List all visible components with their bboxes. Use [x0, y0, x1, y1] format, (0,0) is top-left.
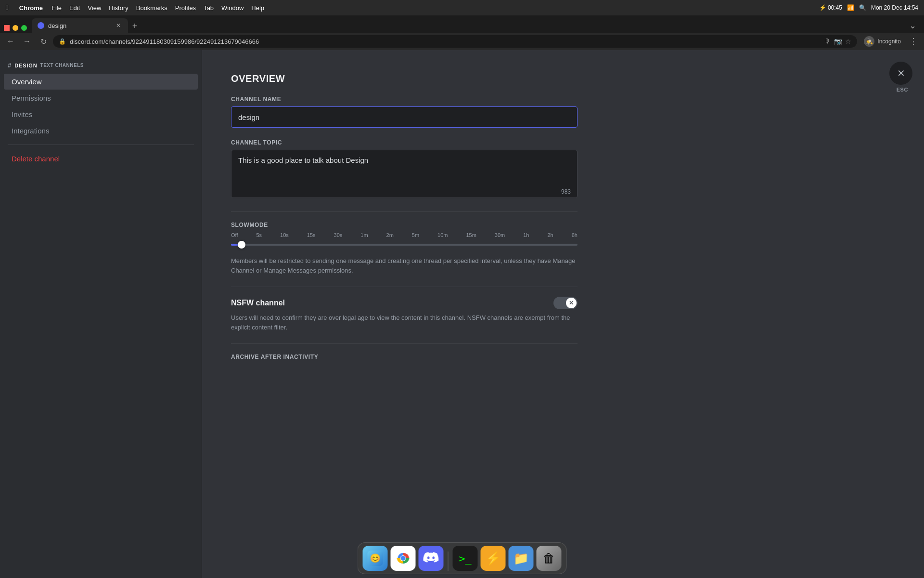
menu-profiles[interactable]: Profiles: [175, 4, 196, 12]
sidebar-item-invites-label: Invites: [12, 110, 32, 118]
channel-topic-wrapper: This is a good place to talk about Desig…: [231, 150, 578, 200]
section-divider-1: [231, 211, 578, 212]
channel-topic-input[interactable]: This is a good place to talk about Desig…: [231, 150, 578, 198]
menu-items: File Edit View History Bookmarks Profile…: [51, 4, 264, 12]
dock-item-chrome[interactable]: [391, 546, 416, 571]
lock-icon: 🔒: [59, 38, 66, 45]
tick-2h: 2h: [547, 232, 553, 238]
dock-item-terminal[interactable]: >_: [453, 546, 478, 571]
close-x-icon: ✕: [897, 67, 905, 79]
menu-window[interactable]: Window: [221, 4, 244, 12]
minimize-traffic-light[interactable]: [13, 25, 18, 31]
tick-5m: 5m: [412, 232, 419, 238]
menu-bar-right: ⚡ 00:45 📶 🔍 Mon 20 Dec 14:54: [819, 0, 918, 15]
menu-bar:  Chrome File Edit View History Bookmark…: [0, 0, 924, 15]
delete-channel-button[interactable]: Delete channel: [4, 151, 198, 167]
wifi-icon: 📶: [847, 4, 854, 11]
battery-icon: ⚡ 00:45: [819, 4, 842, 11]
slowmode-slider[interactable]: [231, 240, 578, 250]
sidebar-item-invites[interactable]: Invites: [4, 106, 198, 122]
close-traffic-light[interactable]: [4, 25, 10, 31]
incognito-icon: 🕵: [864, 36, 874, 47]
slowmode-label: SLOWMODE: [231, 222, 895, 228]
tick-30s: 30s: [334, 232, 343, 238]
delete-channel-label: Delete channel: [12, 155, 60, 163]
menu-file[interactable]: File: [51, 4, 62, 12]
main-content: ✕ ESC OVERVIEW CHANNEL NAME CHANNEL TOPI…: [202, 50, 924, 578]
close-settings-button[interactable]: ✕: [889, 62, 912, 85]
slider-track: [231, 244, 578, 246]
tab-title: design: [48, 22, 66, 29]
tab-bar: design ✕ + ⌄: [0, 15, 924, 33]
tick-10m: 10m: [437, 232, 448, 238]
mic-icon[interactable]: 🎙: [824, 38, 831, 45]
slider-thumb[interactable]: [238, 241, 245, 249]
menu-tab[interactable]: Tab: [204, 4, 214, 12]
sidebar-item-permissions-label: Permissions: [12, 94, 51, 102]
camera-icon[interactable]: 📷: [834, 38, 842, 45]
section-title: OVERVIEW: [231, 73, 895, 84]
dock-item-reeder[interactable]: ⚡: [481, 546, 506, 571]
tick-10s: 10s: [280, 232, 289, 238]
sidebar-channel-name: DESIGN: [14, 63, 37, 68]
sidebar-section-header: # DESIGN TEXT CHANNELS: [0, 58, 202, 72]
address-bar-row: ← → ↻ 🔒 discord.com/channels/92249118030…: [0, 33, 924, 50]
dock-item-finder[interactable]: 😊: [363, 546, 388, 571]
incognito-button[interactable]: 🕵 Incognito: [860, 35, 905, 48]
svg-text:😊: 😊: [370, 553, 381, 564]
channel-name-label: CHANNEL NAME: [231, 96, 895, 103]
tick-30m: 30m: [495, 232, 505, 238]
sidebar-item-overview[interactable]: Overview: [4, 74, 198, 90]
active-tab[interactable]: design ✕: [32, 18, 128, 33]
tick-off: Off: [231, 232, 238, 238]
nsfw-section: NSFW channel ✕ Users will need to confir…: [231, 297, 578, 332]
reload-button[interactable]: ↻: [37, 35, 50, 48]
sidebar-item-overview-label: Overview: [12, 78, 42, 86]
more-options-button[interactable]: ⋮: [907, 35, 920, 48]
sidebar: # DESIGN TEXT CHANNELS Overview Permissi…: [0, 50, 202, 578]
search-icon[interactable]: 🔍: [859, 4, 866, 11]
menu-edit[interactable]: Edit: [69, 4, 80, 12]
dock-item-discord[interactable]: [419, 546, 444, 571]
tick-6h: 6h: [572, 232, 578, 238]
channel-name-input[interactable]: [231, 106, 578, 128]
address-bar[interactable]: 🔒 discord.com/channels/92249118030915998…: [53, 35, 857, 48]
char-count: 983: [561, 188, 571, 195]
nsfw-toggle[interactable]: ✕: [553, 297, 578, 309]
nsfw-header: NSFW channel ✕: [231, 297, 578, 309]
tick-1h: 1h: [523, 232, 529, 238]
tab-list-button[interactable]: ⌄: [905, 20, 920, 31]
sidebar-item-integrations[interactable]: Integrations: [4, 123, 198, 139]
menu-help[interactable]: Help: [251, 4, 264, 12]
tab-favicon: [38, 22, 44, 29]
section-divider-3: [231, 343, 578, 344]
nsfw-title: NSFW channel: [231, 299, 285, 307]
maximize-traffic-light[interactable]: [21, 25, 27, 31]
tab-close-button[interactable]: ✕: [115, 22, 122, 29]
sidebar-item-permissions[interactable]: Permissions: [4, 90, 198, 106]
dock-item-files[interactable]: 📁: [509, 546, 534, 571]
apple-menu[interactable]: : [6, 3, 9, 12]
star-icon[interactable]: ☆: [845, 38, 851, 45]
toggle-x-icon: ✕: [569, 300, 574, 306]
menu-view[interactable]: View: [88, 4, 101, 12]
dock-separator: [448, 552, 449, 571]
menu-bookmarks[interactable]: Bookmarks: [136, 4, 167, 12]
nsfw-description: Users will need to confirm they are over…: [231, 313, 578, 332]
svg-point-6: [401, 556, 406, 561]
browser-right-icons: 🕵 Incognito ⋮: [860, 35, 920, 48]
tick-15m: 15m: [466, 232, 476, 238]
tick-1m: 1m: [360, 232, 368, 238]
new-tab-button[interactable]: +: [128, 19, 141, 33]
slowmode-tick-labels: Off 5s 10s 15s 30s 1m 2m 5m 10m 15m 30m …: [231, 232, 578, 238]
forward-button[interactable]: →: [20, 35, 34, 48]
browser-chrome: design ✕ + ⌄ ← → ↻ 🔒 discord.com/channel…: [0, 15, 924, 50]
dock-item-trash[interactable]: 🗑: [537, 546, 562, 571]
slowmode-section: SLOWMODE Off 5s 10s 15s 30s 1m 2m 5m 10m…: [231, 222, 895, 275]
menu-history[interactable]: History: [109, 4, 128, 12]
url-text: discord.com/channels/922491180309159986/…: [70, 38, 821, 45]
back-button[interactable]: ←: [4, 35, 17, 48]
sidebar-section-sub: TEXT CHANNELS: [40, 63, 84, 68]
dock: 😊 >_ ⚡ 📁 🗑: [358, 542, 567, 574]
incognito-label: Incognito: [877, 38, 901, 45]
